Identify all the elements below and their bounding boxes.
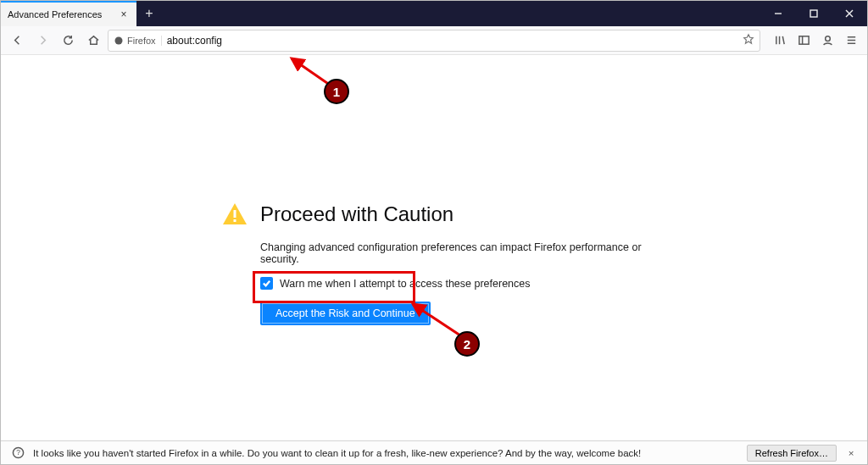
reload-button[interactable] (57, 30, 79, 52)
navbar: Firefox (1, 26, 867, 55)
annotation-number-1: 1 (324, 79, 349, 104)
firefox-window: Advanced Preferences × + Firefox (0, 0, 868, 465)
caution-panel: Proceed with Caution Changing advanced c… (221, 201, 679, 325)
titlebar-spacer (162, 1, 760, 26)
caution-title: Proceed with Caution (260, 202, 453, 226)
identity-label: Firefox (127, 36, 156, 46)
forward-button[interactable] (31, 30, 53, 52)
tab-advanced-preferences[interactable]: Advanced Preferences × (1, 1, 136, 26)
caution-header: Proceed with Caution (221, 201, 679, 228)
back-button[interactable] (6, 30, 28, 52)
svg-rect-16 (234, 219, 236, 222)
warn-checkbox[interactable] (260, 277, 273, 290)
identity-box[interactable]: Firefox (114, 36, 162, 46)
url-bar[interactable]: Firefox (108, 30, 760, 52)
svg-marker-5 (744, 35, 754, 44)
accept-risk-button[interactable]: Accept the Risk and Continue (260, 302, 431, 325)
svg-rect-9 (798, 36, 808, 44)
account-button[interactable] (816, 30, 838, 52)
infobar-close-icon[interactable]: × (843, 446, 859, 461)
svg-text:?: ? (16, 448, 20, 457)
accept-wrap: Accept the Risk and Continue (260, 302, 679, 325)
new-tab-button[interactable]: + (136, 1, 162, 26)
close-tab-icon[interactable]: × (118, 8, 130, 20)
refresh-infobar: ? It looks like you haven't started Fire… (1, 440, 867, 464)
caution-text: Changing advanced configuration preferen… (260, 241, 679, 265)
titlebar: Advanced Preferences × + (1, 1, 867, 26)
warn-checkbox-label: Warn me when I attempt to access these p… (280, 278, 531, 290)
svg-point-4 (115, 36, 123, 44)
warning-icon (221, 201, 248, 228)
toolbar-right (769, 30, 862, 52)
content-area: Proceed with Caution Changing advanced c… (1, 55, 867, 440)
url-input[interactable] (167, 35, 737, 47)
warn-checkbox-row[interactable]: Warn me when I attempt to access these p… (260, 277, 679, 290)
firefox-icon (114, 36, 124, 46)
bookmark-star-icon[interactable] (743, 33, 754, 47)
svg-rect-15 (234, 210, 236, 218)
annotation-arrow-1 (287, 55, 346, 97)
tab-title: Advanced Preferences (8, 9, 113, 19)
annotation-number-2: 2 (454, 331, 480, 357)
maximize-button[interactable] (796, 1, 832, 26)
close-window-button[interactable] (832, 1, 867, 26)
refresh-firefox-button[interactable]: Refresh Firefox… (747, 445, 837, 462)
svg-point-11 (825, 36, 830, 42)
home-button[interactable] (82, 30, 104, 52)
info-icon: ? (9, 445, 26, 462)
sidebar-button[interactable] (793, 30, 815, 52)
svg-rect-1 (810, 10, 817, 17)
library-button[interactable] (769, 30, 791, 52)
menu-button[interactable] (840, 30, 862, 52)
infobar-text: It looks like you haven't started Firefo… (33, 448, 641, 458)
minimize-button[interactable] (760, 1, 796, 26)
svg-line-8 (782, 36, 784, 44)
svg-line-17 (292, 58, 336, 89)
